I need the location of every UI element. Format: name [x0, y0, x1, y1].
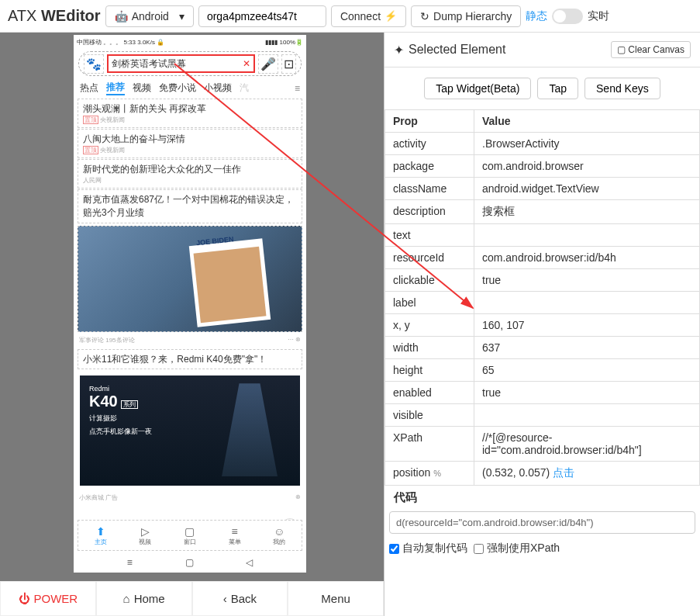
window-icon: ▢: [184, 525, 196, 538]
news-image[interactable]: [78, 226, 302, 332]
realtime-mode-label: 实时: [588, 9, 609, 23]
table-row: activity.BrowserActivity: [385, 133, 700, 155]
scan-icon[interactable]: ⊡: [281, 54, 296, 74]
news-item[interactable]: 八闽大地上的奋斗与深情 置顶 央视新闻: [78, 129, 302, 158]
system-buttons-bar: ⏻POWER ⌂Home ‹Back Menu: [0, 581, 384, 616]
mic-icon[interactable]: 🎤: [258, 54, 278, 74]
back-button[interactable]: ‹Back: [192, 581, 288, 616]
tap-button[interactable]: Tap: [537, 78, 578, 99]
code-section-label: 代码: [384, 486, 700, 510]
power-icon: ⏻: [19, 592, 30, 605]
browser-search-bar[interactable]: 🐾 剑桥英语考试黑幕 ✕ 🎤 ⊡: [78, 51, 302, 76]
bolt-icon: ⚡: [384, 10, 397, 22]
device-screen[interactable]: 中国移动 。。。 5:33 3.0K/s 🔒▮▮▮▮ 100%🔋 🐾 剑桥英语考…: [74, 35, 306, 573]
back-icon: ‹: [223, 592, 227, 605]
user-icon: ☺: [273, 525, 285, 538]
nav-back-icon[interactable]: ◁: [246, 557, 253, 568]
nav-me[interactable]: ☺我的: [273, 525, 285, 546]
search-text: 剑桥英语考试黑幕: [112, 57, 186, 71]
table-row: width637: [385, 337, 700, 359]
mode-switch[interactable]: [552, 9, 583, 24]
chevron-down-icon: ▾: [179, 10, 184, 22]
news-meta: 军事评论 195条评论⋯ ⊗: [74, 334, 306, 346]
nav-video[interactable]: ▷视频: [139, 525, 151, 546]
table-row: label: [385, 292, 700, 314]
nav-window[interactable]: ▢窗口: [184, 525, 196, 546]
table-row: height65: [385, 359, 700, 382]
force-xpath-label: 强制使用XPath: [487, 542, 560, 555]
table-row: clickabletrue: [385, 269, 700, 292]
ad-banner[interactable]: Redmi K40 系列 计算摄影 点亮手机影像新一夜: [80, 375, 300, 486]
platform-selector[interactable]: 🤖 Android ▾: [105, 5, 194, 27]
nav-home[interactable]: ⬆主页: [95, 525, 107, 546]
hamburger-icon[interactable]: ≡: [295, 83, 300, 94]
news-item[interactable]: 新时代党的创新理论大众化的又一佳作 人民网: [78, 159, 302, 189]
category-tabs[interactable]: 热点 推荐 视频 免费小说 小视频 汽 ≡: [74, 78, 306, 98]
news-item[interactable]: 小米11和它谁狠？来，Redmi K40免费"拿"！: [78, 349, 302, 370]
table-row: description搜索框: [385, 200, 700, 224]
table-row: XPath//*[@resource-id="com.android.brows…: [385, 427, 700, 462]
home-icon: ⬆: [95, 525, 107, 538]
code-output[interactable]: d(resourceId="com.android.browser:id/b4h…: [389, 511, 695, 534]
app-logo: ATX WEditor: [8, 7, 101, 25]
refresh-icon: ↻: [420, 10, 429, 22]
play-icon: ▷: [139, 525, 151, 538]
bottom-nav: ⬆主页 ▷视频 ▢窗口 ≡菜单 ☺我的: [78, 520, 302, 551]
table-row: resourceIdcom.android.browser:id/b4h: [385, 247, 700, 269]
menu-button[interactable]: Menu: [288, 581, 384, 616]
table-row: classNameandroid.widget.TextView: [385, 178, 700, 200]
paw-icon: 🐾: [84, 54, 104, 74]
clear-search-icon[interactable]: ✕: [243, 58, 250, 69]
connect-button[interactable]: Connect⚡: [331, 5, 406, 27]
nav-home-icon[interactable]: ▢: [185, 557, 194, 568]
device-statusbar: 中国移动 。。。 5:33 3.0K/s 🔒▮▮▮▮ 100%🔋: [74, 35, 306, 49]
send-keys-button[interactable]: Send Keys: [584, 78, 660, 99]
table-row: enabledtrue: [385, 382, 700, 404]
position-click-link[interactable]: 点击: [553, 466, 574, 479]
android-icon: 🤖: [115, 10, 128, 22]
force-xpath-checkbox[interactable]: [474, 544, 484, 554]
serial-input[interactable]: [198, 5, 326, 27]
clear-canvas-button[interactable]: ▢ Clear Canvas: [611, 41, 691, 58]
static-mode-link[interactable]: 静态: [526, 9, 547, 23]
tap-widget-button[interactable]: Tap Widget(Beta): [424, 78, 531, 99]
nav-menu[interactable]: ≡菜单: [229, 525, 241, 546]
android-navbar: ≡ ▢ ◁: [101, 552, 279, 573]
ad-meta: 小米商城 广告⊗: [74, 492, 306, 504]
home-button[interactable]: ⌂Home: [96, 581, 192, 616]
table-row: text: [385, 224, 700, 247]
auto-copy-label: 自动复制代码: [402, 542, 467, 555]
crosshair-icon: ✦: [394, 43, 404, 57]
table-row: visible: [385, 404, 700, 427]
power-button[interactable]: ⏻POWER: [0, 581, 96, 616]
properties-table: PropValue activity.BrowserActivitypackag…: [384, 109, 700, 486]
nav-menu-icon[interactable]: ≡: [127, 557, 133, 568]
menu-icon: ≡: [229, 525, 241, 538]
dump-hierarchy-button[interactable]: ↻ Dump Hierarchy: [411, 5, 521, 27]
auto-copy-checkbox[interactable]: [389, 544, 399, 554]
news-item[interactable]: 潮头观澜丨新的关头 再探改革 置顶 央视新闻: [78, 99, 302, 128]
news-item[interactable]: 耐克市值蒸发687亿！一个对中国棉花的错误决定，赔光3个月业绩: [78, 189, 302, 223]
table-row: packagecom.android.browser: [385, 155, 700, 178]
panel-title: Selected Element: [409, 43, 505, 57]
home-icon: ⌂: [123, 592, 130, 605]
table-row: x, y160, 107: [385, 314, 700, 337]
